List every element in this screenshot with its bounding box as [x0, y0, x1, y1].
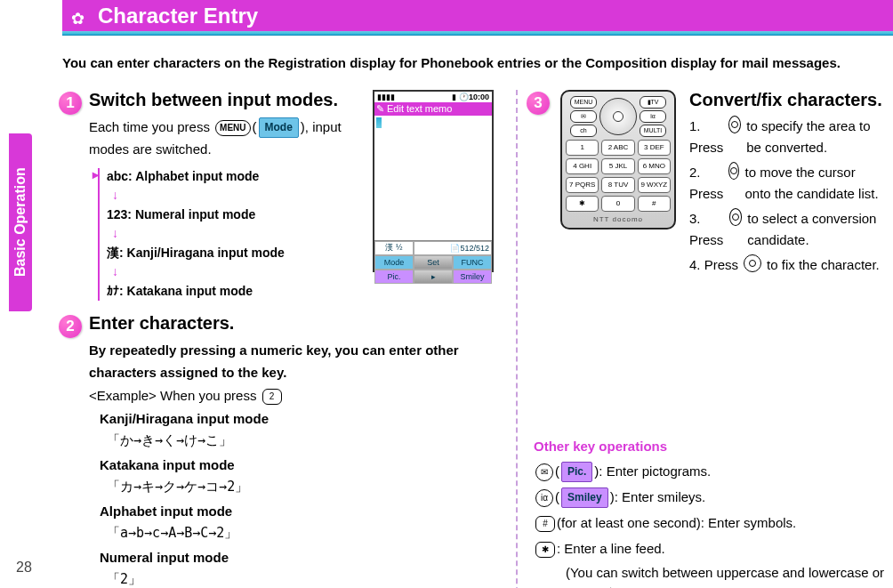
signal-icon: ▮▮▮▮	[377, 93, 395, 101]
op-star-text: : Enter a line feed.	[557, 541, 665, 556]
other-ops-title: Other key operations	[534, 439, 884, 454]
key-8: 8 TUV	[601, 177, 634, 193]
key-0: 0	[601, 196, 634, 212]
mode-kata: ｶﾅ: Katakana input mode	[107, 283, 374, 301]
step-3: 3 MENU ✉ ch ▮TV i	[534, 90, 884, 230]
op-smiley-text: ): Enter smileys.	[610, 489, 706, 504]
op-smiley: iα(Smiley): Enter smileys.	[534, 485, 884, 509]
key-7: 7 PQRS	[566, 177, 599, 193]
key-star: ✱	[566, 196, 599, 212]
phone-keypad-mock: MENU ✉ ch ▮TV iα MULTI	[560, 90, 676, 230]
hash-key-icon: #	[535, 516, 555, 532]
pic-softkey: Pic.	[561, 462, 592, 483]
page-header: ✿ Character Entry	[62, 0, 893, 31]
phone-func-soft: FUNC	[453, 255, 492, 270]
key-1: 1	[566, 140, 599, 156]
step1-title: Switch between input modes.	[89, 90, 374, 110]
ia-key-icon: iα	[535, 489, 553, 507]
s3-i1b: to specify the area to be converted.	[746, 116, 884, 158]
key-6: 6 MNO	[638, 158, 671, 174]
step-badge-3: 3	[527, 92, 550, 115]
menu-key: MENU	[215, 120, 250, 136]
step2-title: Enter characters.	[89, 313, 498, 334]
pencil-icon: ✎	[376, 103, 384, 115]
kata-sequence: 「カ→キ→ク→ケ→コ→2」	[107, 479, 248, 495]
s3-i4b: to fix the character.	[767, 254, 880, 276]
alpha-sequence: 「a→b→c→A→B→C→2」	[107, 525, 237, 541]
step3-title: Convert/fix characters.	[689, 90, 884, 110]
example-label: <Example> When you press	[89, 388, 261, 403]
kata-mode-label: Katakana input mode	[100, 457, 235, 472]
key-hash: #	[638, 196, 671, 212]
arrow-down-icon: ↓	[112, 225, 374, 243]
key-5: 5 JKL	[601, 158, 634, 174]
s3-i2b: to move the cursor onto the candidate li…	[744, 162, 884, 205]
mail-button: ✉	[570, 110, 597, 123]
char-count-icon: 📄	[450, 244, 460, 253]
page-number: 28	[16, 560, 32, 576]
op-hash: #(for at least one second): Enter symbol…	[534, 511, 884, 535]
key-3: 3 DEF	[638, 140, 671, 156]
brand-label: NTT docomo	[566, 215, 671, 223]
header-rule	[62, 31, 893, 36]
step-badge-1: 1	[59, 92, 82, 115]
op-pic-text: ): Enter pictograms.	[594, 463, 711, 479]
sidebar-tab: Basic Operation	[9, 133, 32, 311]
intro-text: You can enter characters on the Registra…	[62, 53, 884, 74]
key-2: 2	[262, 389, 282, 405]
s3-i4a: 4. Press	[689, 254, 738, 276]
navpad-icon	[728, 162, 739, 180]
memo-left: 漢 ½	[374, 241, 414, 255]
step-2: 2 Enter characters. By repeatedly pressi…	[62, 313, 498, 588]
s3-i3b: to select a conversion candidate.	[747, 208, 884, 251]
mult-button: MULTI	[640, 125, 666, 137]
num-sequence: 「2」	[107, 571, 141, 587]
dpad	[599, 98, 637, 135]
page-title: Character Entry	[98, 4, 258, 28]
mode-numeral: 123: Numeral input mode	[107, 206, 374, 224]
mail-key-icon: ✉	[535, 463, 553, 481]
alpha-mode-label: Alphabet input mode	[100, 503, 232, 519]
op-hash-text: (for at least one second): Enter symbols…	[557, 515, 796, 530]
mode-abc: abc: Alphabet input mode	[107, 168, 374, 186]
ia-button: iα	[640, 110, 666, 123]
phone-smiley-soft: Smiley	[453, 270, 492, 284]
s3-i1a: 1. Press	[689, 116, 723, 158]
s3-i2a: 2. Press	[689, 162, 723, 205]
phone-set-soft: Set	[414, 255, 453, 270]
input-modes-diagram: ▸ abc: Alphabet input mode ↓ 123: Numera…	[98, 168, 374, 301]
step-1: 1 Switch between input modes. Each time …	[62, 90, 498, 301]
num-mode-label: Numeral input mode	[100, 550, 229, 565]
battery-icon: ▮	[452, 93, 456, 101]
ch-button: ch	[570, 125, 597, 137]
key-4: 4 GHI	[566, 158, 599, 174]
navpad-icon	[729, 208, 743, 226]
dpad-center	[613, 111, 623, 122]
op-pic: ✉(Pic.): Enter pictograms.	[534, 459, 884, 483]
key-2: 2 ABC	[601, 140, 634, 156]
arrow-down-icon: ↓	[112, 263, 374, 281]
op-star-sub: (You can switch between uppercase and lo…	[566, 562, 884, 589]
star-key-icon: ✱	[535, 542, 555, 558]
smiley-softkey: Smiley	[561, 487, 608, 509]
text-cursor	[376, 117, 382, 128]
key-9: 9 WXYZ	[638, 177, 671, 193]
step2-subtitle: By repeatedly pressing a numeric key, yo…	[89, 342, 459, 381]
phone-time: 10:00	[469, 93, 489, 101]
phone-set-arrow: ▸	[414, 270, 453, 284]
mode-softkey: Mode	[259, 117, 299, 137]
menu-button: MENU	[570, 96, 597, 109]
op-star: ✱: Enter a line feed.	[534, 536, 884, 560]
memo-right: 512/512	[460, 244, 489, 253]
step-badge-2: 2	[59, 315, 82, 338]
clock-icon: 🕐	[459, 93, 469, 101]
navpad-icon	[744, 254, 761, 272]
tv-button: ▮TV	[640, 96, 666, 109]
kanji-mode-label: Kanji/Hiragana input mode	[100, 411, 269, 426]
phone-pic-soft: Pic.	[374, 270, 414, 284]
step1-text-a: Each time you press	[89, 119, 213, 134]
s3-i3a: 3. Press	[689, 208, 724, 251]
kanji-sequence: 「か→き→く→け→こ」	[107, 432, 232, 448]
step1-text: Each time you press MENU(Mode), input mo…	[89, 116, 374, 161]
flower-icon: ✿	[71, 9, 84, 28]
